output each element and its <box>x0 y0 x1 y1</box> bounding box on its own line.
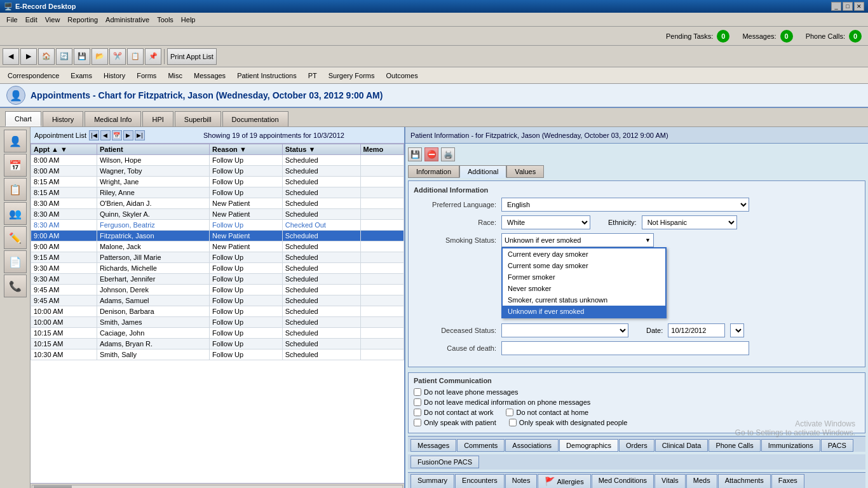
bottom-tab-meds[interactable]: Meds <box>686 474 717 488</box>
nav-history[interactable]: History <box>98 71 130 81</box>
bottom-tab-allergies[interactable]: 🚩 Allergies <box>538 474 590 488</box>
menu-edit[interactable]: Edit <box>22 15 41 25</box>
comm-checkbox-5[interactable] <box>414 419 421 426</box>
appt-nav-calendar[interactable]: 📅 <box>112 130 122 140</box>
pt-tool-save[interactable]: 💾 <box>408 147 422 161</box>
bottom-tab-encounters[interactable]: Encounters <box>455 474 505 488</box>
date-input[interactable] <box>668 323 725 337</box>
bottom-tab-faxes[interactable]: Faxes <box>771 474 804 488</box>
bottom-tab-orders[interactable]: Orders <box>619 439 654 452</box>
bottom-tab-clinical-data[interactable]: Clinical Data <box>655 439 709 452</box>
sidebar-icon-pencil[interactable]: ✏️ <box>4 226 27 249</box>
nav-correspondence[interactable]: Correspondence <box>3 71 64 81</box>
toolbar-copy[interactable]: 📋 <box>127 48 144 65</box>
comm-opt-1[interactable]: Do not leave phone messages <box>414 388 519 396</box>
table-row[interactable]: 8:30 AM O'Brien, Aidan J. New Patient Sc… <box>31 198 404 209</box>
toolbar-open[interactable]: 📂 <box>92 48 108 65</box>
table-row[interactable]: 10:15 AM Adams, Bryan R. Follow Up Sched… <box>31 339 404 349</box>
menu-view[interactable]: View <box>41 15 64 25</box>
info-tab-additional[interactable]: Additional <box>459 165 506 178</box>
tab-history[interactable]: History <box>43 111 83 126</box>
table-row[interactable]: 9:00 AM Malone, Jack New Patient Schedul… <box>31 241 404 252</box>
menu-reporting[interactable]: Reporting <box>64 15 102 25</box>
info-tab-information[interactable]: Information <box>408 165 459 178</box>
bottom-tab-med-conditions[interactable]: Med Conditions <box>592 474 654 488</box>
bottom-tab-fusionone-pacs[interactable]: FusionOne PACS <box>410 456 479 468</box>
smoking-option-3[interactable]: Former smoker <box>503 271 665 283</box>
smoking-option-1[interactable]: Current every day smoker <box>503 248 665 260</box>
tab-hpi[interactable]: HPI <box>142 111 173 126</box>
table-row[interactable]: 9:30 AM Eberhart, Jennifer Follow Up Sch… <box>31 274 404 285</box>
bottom-tab-associations[interactable]: Associations <box>505 439 559 452</box>
smoking-option-6[interactable]: Unknown if ever smoked <box>503 306 665 317</box>
smoking-option-2[interactable]: Current some day smoker <box>503 260 665 271</box>
bottom-tab-messages[interactable]: Messages <box>410 439 456 452</box>
pt-tool-cancel[interactable]: ⛔ <box>424 147 438 161</box>
sidebar-icon-doc[interactable]: 📄 <box>4 250 27 273</box>
preferred-language-select[interactable]: English <box>501 198 749 212</box>
table-row[interactable]: 8:30 AM Ferguson, Beatriz Follow Up Chec… <box>31 220 404 231</box>
toolbar-cut[interactable]: ✂️ <box>109 48 126 65</box>
table-row[interactable]: 8:15 AM Wright, Jane Follow Up Scheduled <box>31 177 404 187</box>
bottom-tab-vitals[interactable]: Vitals <box>654 474 686 488</box>
comm-checkbox-6[interactable] <box>509 419 517 426</box>
bottom-tab-summary[interactable]: Summary <box>410 474 454 488</box>
table-row[interactable]: 9:15 AM Patterson, Jill Marie Follow Up … <box>31 252 404 263</box>
ethnicity-select[interactable]: Not Hispanic <box>642 215 737 229</box>
smoking-option-4[interactable]: Never smoker <box>503 283 665 294</box>
toolbar-save[interactable]: 💾 <box>74 48 90 65</box>
appt-nav-next[interactable]: ▶ <box>123 130 133 140</box>
sidebar-icon-phone[interactable]: 📞 <box>4 274 27 297</box>
comm-opt-3[interactable]: Do not contact at work <box>414 409 493 416</box>
deceased-status-select[interactable] <box>501 323 628 337</box>
nav-misc[interactable]: Misc <box>163 71 187 81</box>
menu-file[interactable]: File <box>3 15 22 25</box>
appt-nav-first[interactable]: |◀ <box>89 130 99 140</box>
scroll-thumb[interactable] <box>34 485 72 489</box>
toolbar-home[interactable]: 🏠 <box>38 48 55 65</box>
bottom-tab-notes[interactable]: Notes <box>505 474 538 488</box>
col-patient[interactable]: Patient <box>97 144 209 155</box>
bottom-tab-demographics[interactable]: Demographics <box>559 439 618 452</box>
smoking-option-5[interactable]: Smoker, current status unknown <box>503 294 665 306</box>
bottom-tab-pacs[interactable]: PACS <box>821 439 853 452</box>
tab-superbill[interactable]: Superbill <box>175 111 221 126</box>
pt-tool-print[interactable]: 🖨️ <box>441 147 455 161</box>
menu-help[interactable]: Help <box>177 15 200 25</box>
comm-opt-2[interactable]: Do not leave medical information on phon… <box>414 398 590 406</box>
menu-tools[interactable]: Tools <box>153 15 177 25</box>
maximize-button[interactable]: □ <box>843 2 853 11</box>
cause-of-death-input[interactable] <box>501 341 749 355</box>
table-row[interactable]: 9:30 AM Richards, Michelle Follow Up Sch… <box>31 263 404 274</box>
table-row[interactable]: 8:30 AM Quinn, Skyler A. New Patient Sch… <box>31 209 404 220</box>
appt-nav-prev[interactable]: ◀ <box>100 130 111 140</box>
date-select[interactable]: ▼ <box>730 323 744 337</box>
nav-exams[interactable]: Exams <box>65 71 97 81</box>
tab-medical-info[interactable]: Medical Info <box>85 111 141 126</box>
scroll-track[interactable] <box>32 485 403 489</box>
toolbar-forward[interactable]: ▶ <box>20 48 37 65</box>
toolbar-paste[interactable]: 📌 <box>145 48 161 65</box>
toolbar-refresh[interactable]: 🔄 <box>56 48 72 65</box>
col-appt[interactable]: Appt ▲ ▼ <box>31 144 97 155</box>
minimize-button[interactable]: _ <box>831 2 841 11</box>
race-select[interactable]: White <box>501 215 590 229</box>
nav-outcomes[interactable]: Outcomes <box>381 71 423 81</box>
close-button[interactable]: ✕ <box>854 2 864 11</box>
table-row[interactable]: 10:00 AM Denison, Barbara Follow Up Sche… <box>31 306 404 317</box>
table-row[interactable]: 8:00 AM Wagner, Toby Follow Up Scheduled <box>31 166 404 177</box>
table-row[interactable]: 8:00 AM Wilson, Hope Follow Up Scheduled <box>31 155 404 166</box>
sidebar-icon-group[interactable]: 👥 <box>4 202 27 225</box>
appt-nav-last[interactable]: ▶| <box>135 130 145 140</box>
table-row[interactable]: 9:45 AM Johnson, Derek Follow Up Schedul… <box>31 285 404 295</box>
table-row[interactable]: 9:45 AM Adams, Samuel Follow Up Schedule… <box>31 295 404 306</box>
table-row[interactable]: 10:30 AM Smith, Sally Follow Up Schedule… <box>31 349 404 360</box>
info-tab-values[interactable]: Values <box>506 165 544 178</box>
nav-surgery-forms[interactable]: Surgery Forms <box>323 71 380 81</box>
comm-checkbox-4[interactable] <box>506 409 513 416</box>
table-row[interactable]: 10:15 AM Caciage, John Follow Up Schedul… <box>31 328 404 339</box>
comm-checkbox-3[interactable] <box>414 409 421 416</box>
comm-checkbox-1[interactable] <box>414 388 421 396</box>
comm-opt-4[interactable]: Do not contact at home <box>506 409 588 416</box>
bottom-tab-phone-calls[interactable]: Phone Calls <box>709 439 760 452</box>
